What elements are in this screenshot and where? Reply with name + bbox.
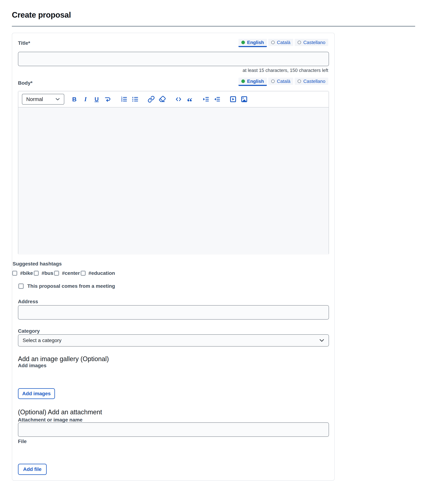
attachment-name-label: Attachment or image name xyxy=(18,417,82,423)
line-wrap-button[interactable] xyxy=(104,94,112,104)
ordered-list-icon: 123 xyxy=(120,96,128,103)
create-proposal-page: Create proposal English Català Castellan… xyxy=(0,0,427,504)
hashtag-checkbox-bus[interactable] xyxy=(34,271,39,276)
body-language-tabs: English Català Castellano xyxy=(238,78,328,86)
meeting-checkbox-label: This proposal comes from a meeting xyxy=(27,283,115,289)
hashtag-option: #education xyxy=(81,270,116,276)
hashtag-checkbox-bike[interactable] xyxy=(12,271,17,276)
add-file-button[interactable]: Add file xyxy=(18,464,47,475)
proposal-form-card: English Català Castellano Title* at leas… xyxy=(12,33,335,481)
outdent-icon xyxy=(213,96,221,103)
paragraph-style-value: Normal xyxy=(26,96,43,102)
radio-unselected-icon xyxy=(297,41,301,44)
underline-icon: U xyxy=(94,96,99,103)
svg-text:3: 3 xyxy=(121,100,122,102)
code-icon xyxy=(175,96,182,103)
hashtag-label: #bus xyxy=(42,270,53,276)
hashtag-option: #bus xyxy=(34,270,54,276)
hashtag-label: #center xyxy=(62,270,80,276)
language-tab-castellano-body[interactable]: Castellano xyxy=(295,78,328,85)
radio-selected-icon xyxy=(241,41,245,44)
title-label: Title* xyxy=(18,40,30,46)
hashtag-options-row: #bike #bus #center #education xyxy=(12,270,116,276)
gallery-images-label: Add images xyxy=(18,363,46,369)
title-input[interactable] xyxy=(18,52,329,66)
italic-button[interactable]: I xyxy=(82,94,89,104)
language-tab-english-title[interactable]: English xyxy=(238,39,267,47)
attachment-file-label: File xyxy=(18,439,27,444)
page-title: Create proposal xyxy=(12,10,71,19)
bullet-list-icon xyxy=(131,96,139,103)
hashtag-option: #center xyxy=(54,270,81,276)
code-button[interactable] xyxy=(175,94,183,104)
category-select[interactable]: Select a category xyxy=(18,334,329,346)
chevron-down-icon xyxy=(55,98,60,101)
ordered-list-button[interactable]: 123 xyxy=(120,94,128,104)
radio-selected-icon xyxy=(241,79,245,83)
language-tab-label: Català xyxy=(277,79,290,84)
language-tab-label: Castellano xyxy=(303,79,325,84)
language-tab-label: English xyxy=(247,40,264,45)
address-input[interactable] xyxy=(18,305,329,320)
radio-unselected-icon xyxy=(297,79,301,83)
hashtag-checkbox-education[interactable] xyxy=(81,271,86,276)
language-tab-label: Castellano xyxy=(303,40,325,45)
blockquote-icon: “ xyxy=(187,95,192,103)
chevron-down-icon xyxy=(319,339,324,342)
paragraph-style-select[interactable]: Normal xyxy=(22,94,64,105)
language-tab-label: English xyxy=(247,79,264,84)
hashtag-option: #bike xyxy=(12,270,34,276)
address-label: Address xyxy=(18,299,38,305)
link-icon xyxy=(148,96,155,103)
language-tab-catala-title[interactable]: Català xyxy=(268,39,293,46)
language-tab-catala-body[interactable]: Català xyxy=(268,78,293,85)
blockquote-button[interactable]: “ xyxy=(186,94,194,104)
language-tab-castellano-title[interactable]: Castellano xyxy=(295,39,328,46)
add-images-button[interactable]: Add images xyxy=(18,388,55,399)
hashtag-label: #education xyxy=(89,270,115,276)
underline-button[interactable]: U xyxy=(93,94,100,104)
radio-unselected-icon xyxy=(271,79,275,83)
video-button[interactable] xyxy=(229,94,237,104)
radio-unselected-icon xyxy=(271,41,275,44)
editor-toolbar: Normal B I U 123 xyxy=(18,91,328,108)
category-label: Category xyxy=(18,328,40,334)
italic-icon: I xyxy=(84,96,87,103)
bold-button[interactable]: B xyxy=(70,94,78,104)
bold-icon: B xyxy=(72,96,77,103)
hashtag-label: #bike xyxy=(20,270,33,276)
attachment-section-heading: (Optional) Add an attachment xyxy=(18,408,102,416)
bullet-list-button[interactable] xyxy=(131,94,139,104)
indent-button[interactable] xyxy=(202,94,210,104)
gallery-section-heading: Add an image gallery (Optional) xyxy=(18,355,109,363)
language-tab-english-body[interactable]: English xyxy=(238,78,267,86)
image-icon xyxy=(241,96,248,103)
divider xyxy=(12,26,415,27)
meeting-origin-row: This proposal comes from a meeting xyxy=(18,283,115,289)
indent-icon xyxy=(202,96,209,103)
hashtag-checkbox-center[interactable] xyxy=(54,271,59,276)
category-selected-value: Select a category xyxy=(23,338,61,343)
attachment-name-input[interactable] xyxy=(18,422,329,437)
title-language-tabs: English Català Castellano xyxy=(238,39,328,47)
eraser-icon xyxy=(159,96,166,103)
title-char-hint: at least 15 characters, 150 characters l… xyxy=(243,68,328,73)
body-label: Body* xyxy=(18,80,32,86)
outdent-button[interactable] xyxy=(213,94,221,104)
clear-format-button[interactable] xyxy=(158,94,166,104)
link-button[interactable] xyxy=(147,94,155,104)
language-tab-label: Català xyxy=(277,40,290,45)
line-wrap-icon xyxy=(104,96,111,103)
rich-text-editor: Normal B I U 123 xyxy=(18,91,329,254)
image-button[interactable] xyxy=(240,94,248,104)
body-editor-content[interactable] xyxy=(18,108,328,254)
suggested-hashtags-label: Suggested hashtags xyxy=(13,261,62,267)
meeting-checkbox[interactable] xyxy=(18,284,24,289)
video-icon xyxy=(229,96,237,103)
